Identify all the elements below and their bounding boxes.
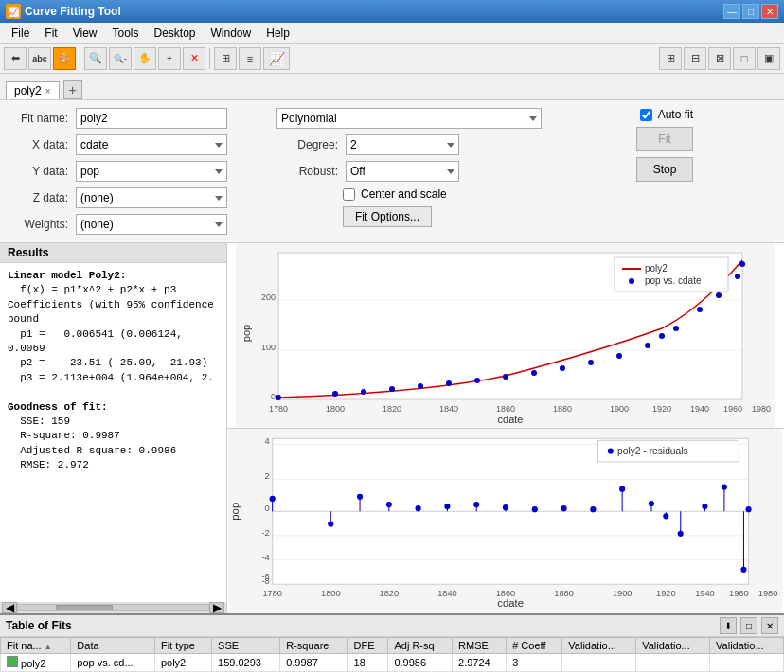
tab-bar: poly2 × +: [0, 74, 784, 100]
tab-close-button[interactable]: ×: [45, 86, 51, 97]
maximize-button[interactable]: □: [742, 4, 759, 19]
fit-type-select[interactable]: Polynomial: [276, 108, 542, 129]
form-left-column: Fit name: X data: cdate Y data: pop Z da…: [11, 108, 258, 235]
svg-point-38: [735, 274, 740, 279]
toolbar-sep-1: [80, 48, 80, 69]
minimize-button[interactable]: —: [723, 4, 740, 19]
clear-button[interactable]: ✕: [183, 47, 205, 70]
fit-options-button[interactable]: Fit Options...: [343, 206, 432, 227]
grid-view-4[interactable]: □: [733, 47, 756, 70]
abc-button[interactable]: abc: [28, 47, 51, 70]
cell-rsquare: 0.9987: [280, 654, 347, 672]
svg-point-77: [357, 494, 363, 500]
results-content: Linear model Poly2: f(x) = p1*x^2 + p2*x…: [0, 263, 226, 602]
svg-text:poly2: poly2: [645, 263, 668, 274]
svg-text:pop vs. cdate: pop vs. cdate: [645, 275, 702, 286]
pan-button[interactable]: ✋: [134, 47, 156, 70]
svg-point-36: [697, 307, 703, 312]
scroll-right[interactable]: ▶: [209, 602, 224, 613]
title-bar: 📈 Curve Fitting Tool — □ ✕: [0, 0, 784, 23]
svg-point-39: [739, 261, 745, 267]
menu-desktop[interactable]: Desktop: [147, 25, 204, 42]
back-button[interactable]: ⬅: [4, 47, 27, 70]
svg-text:100: 100: [261, 343, 276, 352]
close-button[interactable]: ✕: [761, 4, 778, 19]
autofit-row: Auto fit: [640, 108, 693, 121]
degree-select[interactable]: 2: [346, 134, 459, 155]
result-rmse: RMSE: 2.972: [8, 458, 219, 472]
result-adjrsq: Adjusted R-square: 0.9986: [8, 444, 219, 458]
menu-file[interactable]: File: [4, 25, 37, 42]
svg-point-25: [418, 383, 423, 389]
fit-button[interactable]: Fit: [636, 127, 693, 151]
menu-tools[interactable]: Tools: [104, 25, 146, 42]
x-data-row: X data: cdate: [11, 134, 258, 155]
table-title: Table of Fits: [6, 619, 72, 632]
lower-plot-svg: pop cdate 4 2 0 -2 -4 -6 -8 1780 1800 18…: [227, 429, 784, 613]
tile-button[interactable]: ≡: [239, 47, 261, 70]
main-content: Fit name: X data: cdate Y data: pop Z da…: [0, 100, 784, 672]
svg-point-91: [561, 505, 567, 511]
grid-view-1[interactable]: ⊞: [659, 47, 682, 70]
col-fittype: Fit type: [154, 638, 211, 654]
new-tab-button[interactable]: +: [63, 80, 82, 99]
cell-val2: [636, 654, 710, 672]
fit-form: Fit name: X data: cdate Y data: pop Z da…: [0, 100, 784, 243]
svg-text:poly2 - residuals: poly2 - residuals: [617, 446, 688, 456]
table-icon-1[interactable]: ⬇: [720, 617, 737, 634]
window-controls[interactable]: — □ ✕: [723, 4, 778, 19]
svg-point-81: [416, 505, 421, 511]
robust-label: Robust:: [276, 165, 338, 178]
grid-view-5[interactable]: ▣: [757, 47, 780, 70]
result-goodness: Goodness of fit:: [8, 400, 219, 415]
x-data-select[interactable]: cdate: [76, 134, 227, 155]
upper-plot: pop cdate 0 100 200 1780 1800 1820 1840 …: [227, 243, 784, 429]
menu-fit[interactable]: Fit: [37, 25, 64, 42]
grid-button[interactable]: ⊞: [214, 47, 237, 70]
svg-point-79: [386, 502, 392, 507]
tab-poly2[interactable]: poly2 ×: [6, 81, 60, 99]
scroll-left[interactable]: ◀: [2, 602, 17, 613]
zoom-out-button[interactable]: 🔍-: [109, 47, 132, 70]
y-data-select[interactable]: pop: [76, 161, 227, 182]
col-data: Data: [71, 638, 155, 654]
svg-text:1800: 1800: [326, 404, 345, 414]
fit-name-label: Fit name:: [11, 112, 68, 125]
result-spacer: [8, 385, 219, 399]
autofit-label: Auto fit: [658, 108, 693, 121]
robust-select[interactable]: Off: [346, 161, 459, 182]
menu-window[interactable]: Window: [204, 25, 259, 42]
fit-name-input[interactable]: [76, 108, 227, 129]
results-title: Results: [0, 243, 226, 263]
results-scrollbar[interactable]: ◀ ▶: [0, 602, 226, 613]
svg-point-31: [588, 360, 594, 365]
zoom-in-button[interactable]: 🔍: [84, 47, 107, 70]
weights-select[interactable]: (none): [76, 214, 227, 235]
svg-text:1780: 1780: [269, 404, 288, 414]
result-line-4: p1 = 0.006541 (0.006124, 0.0069: [8, 327, 219, 357]
plots-panel: pop cdate 0 100 200 1780 1800 1820 1840 …: [227, 243, 784, 613]
fit-type-row: Polynomial: [276, 108, 617, 129]
table-icon-3[interactable]: ✕: [761, 617, 778, 634]
grid-view-2[interactable]: ⊟: [684, 47, 706, 70]
scroll-thumb[interactable]: [56, 605, 113, 610]
center-scale-checkbox[interactable]: [343, 188, 355, 201]
form-middle-column: Polynomial Degree: 2 Robust: Off Center …: [276, 108, 617, 227]
z-data-select[interactable]: (none): [76, 187, 227, 208]
plot-button[interactable]: 📈: [263, 47, 290, 70]
svg-point-97: [649, 501, 654, 506]
table-header: Table of Fits ⬇ □ ✕: [0, 615, 784, 637]
svg-point-32: [616, 353, 622, 359]
svg-text:-8: -8: [261, 576, 269, 586]
color-button[interactable]: 🎨: [53, 47, 76, 70]
table-icon-2[interactable]: □: [740, 617, 757, 634]
autofit-checkbox[interactable]: [640, 109, 652, 121]
data-cursor-button[interactable]: +: [158, 47, 181, 70]
grid-view-3[interactable]: ⊠: [708, 47, 731, 70]
menu-help[interactable]: Help: [258, 25, 297, 42]
svg-text:1840: 1840: [439, 404, 458, 414]
stop-button[interactable]: Stop: [636, 157, 693, 182]
menu-view[interactable]: View: [65, 25, 105, 42]
weights-row: Weights: (none): [11, 214, 258, 235]
col-rmse: RMSE: [453, 638, 507, 654]
